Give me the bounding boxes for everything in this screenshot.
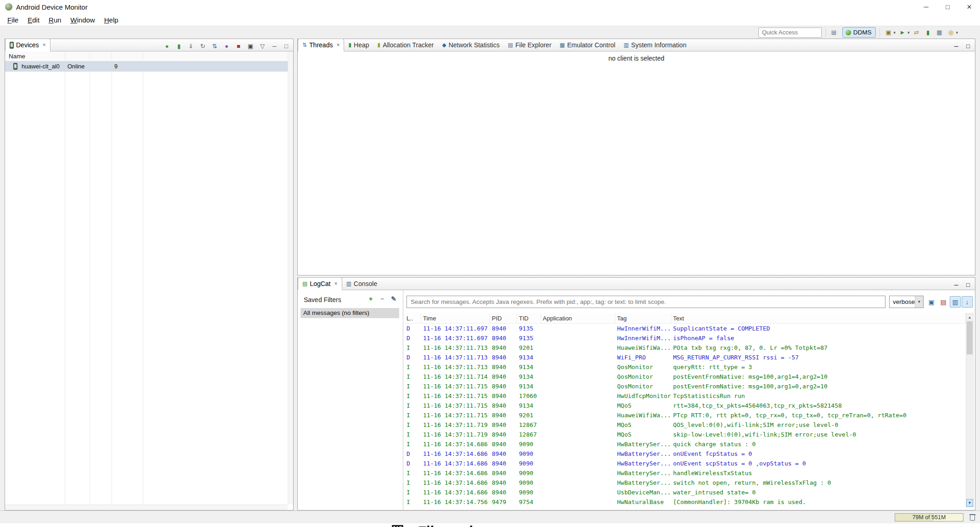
menu-file[interactable]: File <box>3 15 23 25</box>
cause-gc-icon[interactable]: ↻ <box>198 41 207 51</box>
log-row[interactable]: I11-16 14:37:14.75694799754HwNaturalBase… <box>405 497 966 507</box>
horizontal-scrollbar[interactable] <box>5 505 288 510</box>
open-perspective-icon[interactable]: ⊞ <box>830 28 839 38</box>
minimize-view-icon[interactable]: ─ <box>952 280 961 290</box>
add-filter-icon[interactable]: + <box>367 294 375 303</box>
log-row[interactable]: I11-16 14:37:11.71589409201HuaweiWifiWa.… <box>405 410 966 420</box>
log-row[interactable]: I11-16 14:37:11.715894017060HwUidTcpMoni… <box>405 391 966 401</box>
log-cell <box>541 401 615 410</box>
log-cell: D <box>405 449 421 459</box>
stop-process-icon[interactable]: ■ <box>234 41 243 51</box>
log-column-time[interactable]: Time <box>421 313 490 323</box>
tab-system-information[interactable]: ▥System Information <box>619 39 690 51</box>
log-row[interactable]: I11-16 14:37:11.71389409201HuaweiWifiWa.… <box>405 343 966 353</box>
panel-sash[interactable] <box>403 290 403 510</box>
dump-hprof-icon[interactable]: ⇓ <box>186 41 195 51</box>
tab-console[interactable]: ▥ Console <box>342 277 382 290</box>
log-row[interactable]: I11-16 14:37:11.71389409134QosMonitorque… <box>405 362 966 372</box>
tab-threads[interactable]: ⇅Threads× <box>298 39 344 51</box>
view-menu-icon[interactable]: ▽ <box>258 41 267 51</box>
display-saved-filters-icon[interactable]: ▥ <box>950 296 961 308</box>
maximize-view-icon[interactable]: □ <box>282 41 291 51</box>
log-column-pid[interactable]: PID <box>490 313 517 323</box>
maximize-view-icon[interactable]: □ <box>963 41 973 51</box>
log-column-l[interactable]: L.. <box>405 313 421 323</box>
log-cell: skip-low-Level:0(0),wifi-link;SIM error;… <box>671 430 966 439</box>
log-cell: 9134 <box>517 401 541 410</box>
log-cell <box>541 449 615 459</box>
log-row[interactable]: I11-16 14:37:14.68689409090UsbDeviceMan.… <box>405 488 966 497</box>
log-row[interactable]: I11-16 14:37:11.719894012867MQoSQOS_leve… <box>405 420 966 430</box>
minimize-view-icon[interactable]: ─ <box>270 41 279 51</box>
menu-edit[interactable]: Edit <box>23 15 44 25</box>
log-row[interactable]: D11-16 14:37:11.71389409134WiFi_PROMSG_R… <box>405 353 966 362</box>
maximize-view-icon[interactable]: □ <box>963 280 973 290</box>
update-threads-icon[interactable]: ⇅ <box>210 41 219 51</box>
close-button[interactable]: × <box>958 0 980 14</box>
log-row[interactable]: I11-16 14:37:11.71489409134QosMonitorpos… <box>405 372 966 381</box>
close-tab-icon[interactable]: × <box>43 42 46 48</box>
dropdown-chevron-icon[interactable]: ▾ <box>908 30 910 35</box>
menu-help[interactable]: Help <box>100 15 123 25</box>
filter-all-messages-no-filters[interactable]: All messages (no filters) <box>301 308 399 318</box>
edit-filter-icon[interactable]: ✎ <box>390 294 398 303</box>
log-row[interactable]: D11-16 14:37:11.69789409135HwInnerWifiM.… <box>405 324 966 333</box>
scroll-up-icon[interactable]: ▲ <box>966 314 973 321</box>
vertical-scrollbar[interactable] <box>288 51 293 505</box>
tab-allocation-tracker[interactable]: ▮Allocation Tracker <box>373 39 438 51</box>
log-column-application[interactable]: Application <box>541 313 615 323</box>
scroll-down-icon[interactable]: ▼ <box>966 499 973 507</box>
debug-process-icon[interactable]: ● <box>162 41 172 51</box>
minimize-view-icon[interactable]: ─ <box>952 41 961 51</box>
minimize-button[interactable]: ─ <box>915 0 937 14</box>
logcat-search-input[interactable] <box>406 296 885 308</box>
log-row[interactable]: I11-16 14:37:11.71589409134QosMonitorpos… <box>405 381 966 391</box>
menu-window[interactable]: Window <box>66 15 100 25</box>
tab-devices[interactable]: Devices × <box>5 39 50 51</box>
tab-logcat[interactable]: ▤ LogCat × <box>298 277 342 290</box>
screen-capture-icon[interactable]: ▣ <box>246 41 255 51</box>
scrollbar-thumb[interactable] <box>967 321 973 354</box>
delete-filter-icon[interactable]: − <box>378 294 386 303</box>
close-tab-icon[interactable]: × <box>336 42 340 48</box>
dropdown-chevron-icon[interactable]: ▾ <box>956 30 958 35</box>
clear-log-icon[interactable]: ▤ <box>938 296 949 308</box>
log-row[interactable]: I11-16 14:37:14.68689409090HwBatterySer.… <box>405 439 966 449</box>
log-column-text[interactable]: Text <box>671 313 966 323</box>
tab-emulator-control[interactable]: ▦Emulator Control <box>556 39 619 51</box>
log-row[interactable]: D11-16 14:37:14.68689409090HwBatterySer.… <box>405 449 966 459</box>
sync-icon[interactable]: ⇄ <box>912 28 921 38</box>
update-heap-icon[interactable]: ▮ <box>174 41 184 51</box>
log-row[interactable]: D11-16 14:37:11.69789409135HwInnerWifiM.… <box>405 333 966 343</box>
scroll-lock-icon[interactable]: ↓ <box>962 296 973 308</box>
log-row[interactable]: I11-16 14:37:14.68689409090HwBatterySer.… <box>405 478 966 488</box>
log-row[interactable]: I11-16 14:37:11.71589409134MQoSrtt=384,t… <box>405 401 966 410</box>
dropdown-chevron-icon[interactable]: ▾ <box>893 30 896 35</box>
quick-access-input[interactable] <box>758 28 822 38</box>
maximize-button[interactable]: □ <box>937 0 958 14</box>
tab-network-statistics[interactable]: ◆Network Statistics <box>438 39 503 51</box>
log-column-tid[interactable]: TID <box>517 313 541 323</box>
run-icon[interactable]: ► <box>898 28 907 38</box>
log-row[interactable]: D11-16 14:37:14.68689409090HwBatterySer.… <box>405 459 966 468</box>
debug-icon[interactable]: ▣ <box>884 28 893 38</box>
chevron-down-icon[interactable]: ▼ <box>915 296 923 308</box>
log-column-tag[interactable]: Tag <box>615 313 671 323</box>
devices-name-column-header[interactable]: Name <box>5 51 288 62</box>
log-level-filter-dropdown[interactable]: verbose ▼ <box>889 296 924 308</box>
close-tab-icon[interactable]: × <box>334 280 338 287</box>
grid-view-icon[interactable]: ▦ <box>935 28 944 38</box>
run-garbage-collector-icon[interactable] <box>969 514 975 521</box>
tab-file-explorer[interactable]: ▤File Explorer <box>504 39 556 51</box>
vertical-scrollbar[interactable]: ▲ ▼ <box>966 313 974 507</box>
method-profiling-icon[interactable]: ● <box>222 41 231 51</box>
log-row[interactable]: I11-16 14:37:11.719894012867MQoSskip-low… <box>405 430 966 439</box>
tab-heap[interactable]: ▮Heap <box>344 39 373 51</box>
db-icon[interactable]: ▮ <box>923 28 932 38</box>
menu-run[interactable]: Run <box>44 15 66 25</box>
log-row[interactable]: I11-16 14:37:14.68689409090HwBatterySer.… <box>405 468 966 478</box>
save-log-icon[interactable]: ▣ <box>926 296 937 308</box>
ddms-perspective-button[interactable]: DDMS <box>842 27 876 38</box>
device-row[interactable]: huawei-clt_al0 Online 9 <box>5 62 288 72</box>
search-icon[interactable]: ◎ <box>946 28 955 38</box>
